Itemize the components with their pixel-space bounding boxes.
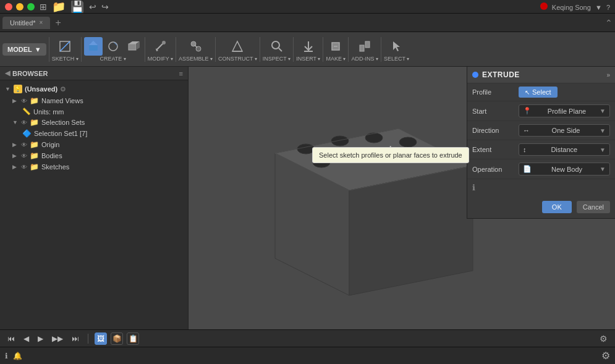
select-button[interactable] (388, 37, 406, 56)
extrude-start-dropdown[interactable]: 📍 Profile Plane ▼ (519, 104, 610, 117)
modify-button[interactable] (151, 37, 169, 56)
browser-selection-set1[interactable]: 🔷 Selection Set1 [7] (0, 128, 188, 139)
create-revolve-button[interactable] (104, 37, 122, 56)
insert-button[interactable] (299, 37, 318, 56)
nav-start-button[interactable]: ⏮ (5, 333, 17, 344)
make-button[interactable] (326, 37, 345, 56)
extrude-tooltip: Select sketch profiles or planar faces t… (312, 147, 469, 163)
extrude-extent-row: Extent ↕ Distance ▼ (467, 140, 615, 159)
model-mode-button[interactable]: MODEL ▼ (2, 43, 46, 56)
extrude-start-label: Start (472, 108, 519, 115)
panel-collapse-button[interactable]: ⌃ (605, 18, 613, 28)
nav-play-button[interactable]: ▶ (35, 333, 46, 344)
extrude-panel: EXTRUDE » Profile ↖ Select Start (467, 67, 615, 219)
create-box-button[interactable] (124, 37, 142, 56)
sketch-button[interactable] (56, 37, 74, 56)
create-label: CREATE ▾ (100, 56, 125, 62)
selection-sets-visibility-icon[interactable]: 👁 (21, 119, 27, 126)
browser-collapse-button[interactable]: ◀ (5, 69, 10, 77)
timeline-view-button[interactable]: 🖼 (95, 332, 107, 345)
root-settings-icon[interactable]: ⚙ (60, 85, 66, 93)
nav-forward-button[interactable]: ▶▶ (49, 333, 66, 344)
browser-origin[interactable]: ▶ 👁 📁 Origin (0, 139, 188, 150)
start-dropdown-arrow: ▼ (600, 108, 606, 114)
tab-close-button[interactable]: × (40, 19, 43, 26)
svg-marker-22 (393, 41, 400, 51)
active-tab[interactable]: Untitled* × (2, 17, 50, 29)
extrude-footer: OK Cancel (467, 196, 615, 218)
named-views-visibility-icon[interactable]: 👁 (21, 98, 27, 104)
make-label: MAKE ▾ (326, 56, 346, 62)
addins-button[interactable] (355, 37, 374, 56)
inspect-button[interactable] (268, 37, 286, 56)
browser-root-item[interactable]: ▼ 💡 (Unsaved) ⚙ (0, 83, 188, 95)
maximize-window-button[interactable] (27, 3, 35, 11)
help-button[interactable]: ? (606, 4, 610, 11)
viewport-settings-button[interactable]: ⚙ (597, 332, 610, 345)
browser-tree: ▼ 💡 (Unsaved) ⚙ ▶ 👁 📁 Named Views 📏 Unit… (0, 80, 188, 175)
extrude-operation-dropdown[interactable]: 📄 New Body ▼ (519, 163, 610, 176)
direction-icon: ↔ (523, 127, 530, 134)
app-menu-icon[interactable]: ⊞ (40, 2, 47, 12)
layout-view-button[interactable]: 📋 (127, 332, 139, 345)
tab-label: Untitled* (10, 19, 36, 27)
sketches-visibility-icon[interactable]: 👁 (21, 164, 27, 171)
origin-visibility-icon[interactable]: 👁 (21, 142, 27, 148)
toolbar-separator-3 (145, 37, 145, 62)
selection-sets-arrow: ▼ (12, 119, 19, 125)
toolbar-separator-4 (176, 37, 176, 62)
extent-dropdown-arrow: ▼ (600, 146, 606, 153)
extrude-cancel-button[interactable]: Cancel (577, 201, 610, 213)
sketch-group: SKETCH ▾ (52, 37, 78, 62)
close-window-button[interactable] (5, 3, 12, 11)
selection-set1-icon: 🔷 (22, 129, 32, 138)
insert-group: INSERT ▾ (296, 37, 320, 62)
viewport[interactable]: Select sketch profiles or planar faces t… (189, 67, 615, 329)
titlebar: ⊞ 📁 💾 ↩ ↪ Keqing Song ▼ ? (0, 0, 615, 14)
info-icon[interactable]: ℹ (472, 183, 475, 192)
extrude-direction-dropdown[interactable]: ↔ One Side ▼ (519, 124, 610, 137)
model-view-button[interactable]: 📦 (111, 332, 123, 345)
new-tab-button[interactable]: + (55, 17, 61, 28)
nav-end-button[interactable]: ⏭ (69, 333, 82, 344)
browser-bodies[interactable]: ▶ 👁 📁 Bodies (0, 150, 188, 161)
window-controls[interactable] (5, 3, 35, 11)
extrude-select-button[interactable]: ↖ Select (519, 87, 558, 98)
undo-button[interactable]: ↩ (89, 2, 96, 12)
extrude-expand-button[interactable]: » (606, 72, 610, 78)
status-info-icon: ℹ (5, 352, 8, 360)
extrude-direction-row: Direction ↔ One Side ▼ (467, 121, 615, 140)
extrude-extent-label: Extent (472, 146, 519, 153)
model-dropdown-arrow[interactable]: ▼ (35, 46, 41, 53)
save-button[interactable]: 💾 (70, 0, 84, 14)
nav-prev-button[interactable]: ◀ (21, 333, 32, 344)
sketch-label: SKETCH ▾ (52, 56, 78, 62)
extrude-profile-row: Profile ↖ Select (467, 83, 615, 101)
redo-button[interactable]: ↪ (101, 2, 109, 12)
extrude-direction-text: One Side (552, 127, 580, 134)
browser-panel: ◀ BROWSER ≡ ▼ 💡 (Unsaved) ⚙ ▶ 👁 📁 Named … (0, 67, 189, 329)
construct-label: CONSTRUCT ▾ (218, 56, 257, 62)
extrude-direction-value: ↔ One Side ▼ (519, 124, 610, 137)
toolbar-separator-2 (81, 37, 82, 62)
assemble-button[interactable] (187, 37, 205, 56)
browser-named-views[interactable]: ▶ 👁 📁 Named Views (0, 95, 188, 106)
named-views-label: Named Views (41, 97, 83, 104)
insert-label: INSERT ▾ (296, 56, 320, 62)
construct-button[interactable] (228, 37, 247, 56)
bodies-visibility-icon[interactable]: 👁 (21, 153, 27, 159)
create-extrude-button[interactable] (84, 37, 103, 56)
extrude-ok-button[interactable]: OK (542, 201, 572, 213)
browser-sketches[interactable]: ▶ 👁 📁 Sketches (0, 161, 188, 172)
browser-selection-sets[interactable]: ▼ 👁 📁 Selection Sets (0, 117, 188, 128)
minimize-window-button[interactable] (16, 3, 23, 11)
browser-units[interactable]: 📏 Units: mm (0, 106, 188, 117)
construct-group: CONSTRUCT ▾ (218, 37, 257, 62)
browser-title: BROWSER (12, 70, 48, 77)
file-menu[interactable]: 📁 (52, 0, 66, 14)
extrude-extent-dropdown[interactable]: ↕ Distance ▼ (519, 143, 610, 156)
status-settings-icon[interactable]: ⚙ (601, 350, 610, 362)
tabbar: Untitled* × + ⌃ (0, 14, 615, 32)
assemble-group: ASSEMBLE ▾ (179, 37, 213, 62)
browser-options-button[interactable]: ≡ (179, 70, 183, 77)
